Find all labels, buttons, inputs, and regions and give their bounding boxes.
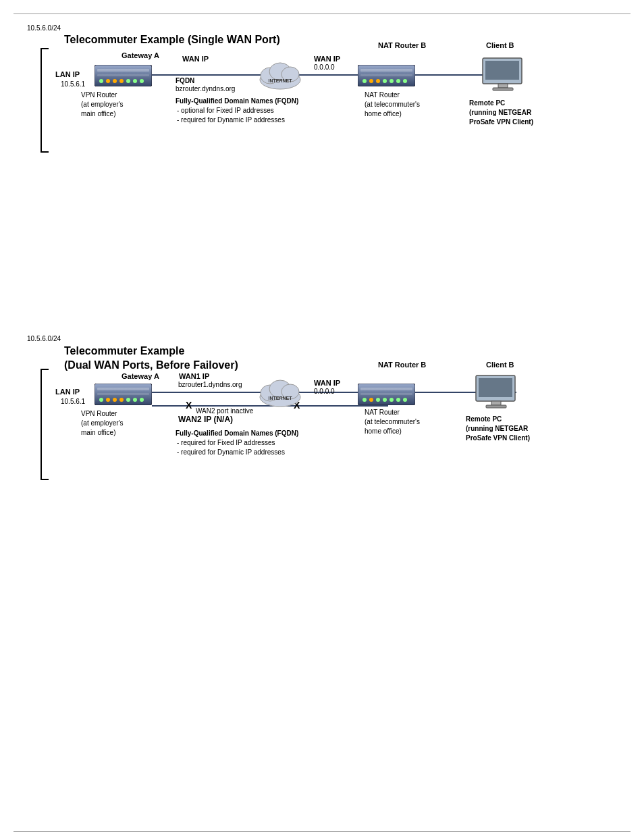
- diagram2-wan2-ip-label: WAN2 IP (N/A): [178, 415, 233, 424]
- diagram2-gateway-a-label: Gateway A: [122, 372, 159, 380]
- svg-rect-28: [493, 88, 513, 90]
- diagram2-fqdn-line1: - required for Fixed IP addresses: [177, 439, 275, 446]
- svg-point-47: [363, 398, 367, 402]
- svg-point-7: [126, 79, 130, 83]
- diagram2-nat-desc-line1: NAT Router: [365, 408, 420, 417]
- diagram2-remote-pc-line1: Remote PC: [466, 415, 530, 424]
- diagram2-nat-router-b-label: NAT Router B: [378, 361, 426, 369]
- diagram1-lan-ip-value: 10.5.6.1: [61, 80, 85, 88]
- diagram1-gateway-a-label: Gateway A: [122, 51, 159, 59]
- diagram2-nat-router-b-device: [358, 384, 415, 407]
- diagram2-nat-desc-line2: (at telecommuter's: [365, 417, 420, 427]
- vpn-router-device: [95, 65, 152, 88]
- diagram1-nat-router-b-label: NAT Router B: [378, 41, 426, 49]
- svg-rect-56: [491, 401, 501, 405]
- vpn-desc-line3: main office): [81, 109, 124, 119]
- svg-point-50: [383, 398, 387, 402]
- diagram2-title-line1: Telecommuter Example: [64, 344, 238, 359]
- spacer-between-diagrams: [14, 166, 630, 315]
- diagram1-vpn-desc: VPN Router (at employer's main office): [81, 90, 124, 119]
- svg-point-35: [119, 398, 124, 402]
- diagram2-lan-ip-value: 10.5.6.1: [61, 398, 85, 405]
- diagram1-fqdn-line2: - required for Dynamic IP addresses: [177, 116, 285, 124]
- svg-point-20: [376, 79, 380, 83]
- svg-text:INTERNET: INTERNET: [269, 396, 293, 400]
- diagram1: 10.5.6.0/24 Telecommuter Example (Single…: [27, 24, 630, 166]
- svg-rect-16: [360, 69, 412, 72]
- diagram2-subnet: 10.5.6.0/24: [27, 335, 61, 342]
- diagram1-wan-ip-right-value: 0.0.0.0: [314, 63, 335, 71]
- vpn-desc-line2: (at employer's: [81, 100, 124, 109]
- diagram2-nat-router-desc: NAT Router (at telecommuter's home offic…: [365, 408, 420, 436]
- diagram2-client-b-label: Client B: [486, 361, 514, 369]
- diagram2-nat-desc-line3: home office): [365, 427, 420, 436]
- svg-rect-46: [360, 393, 412, 395]
- diagram2-title-line2: (Dual WAN Ports, Before Failover): [64, 359, 238, 373]
- diagram1-fqdn-desc-title: Fully-Qualified Domain Names (FQDN): [176, 97, 298, 105]
- page-container: 10.5.6.0/24 Telecommuter Example (Single…: [0, 0, 644, 834]
- diagram2-monitor-icon: [473, 374, 520, 413]
- diagram2-wan1-ip-label: WAN1 IP: [179, 372, 209, 380]
- left-bracket2: [41, 369, 49, 480]
- bottom-spacer: [14, 484, 630, 821]
- svg-text:INTERNET: INTERNET: [269, 78, 293, 83]
- svg-rect-45: [360, 388, 412, 390]
- svg-rect-31: [97, 393, 149, 395]
- diagram1-monitor-icon: [479, 57, 527, 95]
- remote-pc-line2: (running NETGEAR: [469, 108, 533, 118]
- svg-point-24: [403, 79, 407, 83]
- nat-desc-line3: home office): [365, 109, 420, 119]
- svg-point-22: [390, 79, 394, 83]
- diagram2-fqdn-desc-title: Fully-Qualified Domain Names (FQDN): [176, 429, 298, 437]
- vpn-desc-line1: VPN Router: [81, 90, 124, 100]
- svg-point-9: [140, 79, 144, 83]
- diagram1-remote-pc-desc: Remote PC (running NETGEAR ProSafe VPN C…: [469, 99, 533, 127]
- diagram1-conn-line: [152, 74, 516, 76]
- diagram2-wan-ip-right-label: WAN IP: [314, 379, 340, 387]
- diagram1-subnet: 10.5.6.0/24: [27, 24, 61, 32]
- diagram1-fqdn-value: bzrouter.dyndns.org: [176, 85, 235, 93]
- diagram2-fqdn-line2: - required for Dynamic IP addresses: [177, 448, 285, 456]
- nat-desc-line2: (at telecommuter's: [365, 100, 420, 109]
- diagram2-wan1-ip-value: bzrouter1.dyndns.org: [178, 381, 242, 388]
- svg-rect-26: [485, 61, 519, 80]
- diagram2-vpn-desc-line1: VPN Router: [81, 409, 124, 419]
- diagram1-wan-ip-left-label: WAN IP: [182, 55, 209, 63]
- diagram2-remote-pc-line2: (running NETGEAR: [466, 424, 530, 434]
- svg-point-48: [369, 398, 373, 402]
- nat-router-b-device: [358, 65, 415, 88]
- diagram2: 10.5.6.0/24 Telecommuter Example (Dual W…: [27, 335, 630, 484]
- svg-point-53: [403, 398, 407, 402]
- diagram1-fqdn-line1: - optional for Fixed IP addresses: [177, 107, 274, 114]
- svg-point-34: [113, 398, 117, 402]
- svg-rect-1: [97, 69, 149, 72]
- diagram2-remote-pc-line3: ProSafe VPN Client): [466, 434, 530, 443]
- svg-point-21: [383, 79, 387, 83]
- svg-rect-2: [97, 74, 149, 76]
- svg-point-4: [106, 79, 110, 83]
- diagram1-title: Telecommuter Example (Single WAN Port): [64, 34, 280, 46]
- top-rule: [14, 14, 630, 14]
- diagram2-vpn-desc-line2: (at employer's: [81, 419, 124, 428]
- svg-point-51: [390, 398, 394, 402]
- diagram2-remote-pc-desc: Remote PC (running NETGEAR ProSafe VPN C…: [466, 415, 530, 443]
- svg-point-6: [119, 79, 124, 83]
- svg-point-37: [133, 398, 137, 402]
- diagram1-fqdn-label: FQDN: [176, 77, 194, 84]
- svg-point-36: [126, 398, 130, 402]
- diagram1-internet-cloud: INTERNET: [257, 58, 304, 93]
- svg-point-49: [376, 398, 380, 402]
- diagram1-wan-ip-right-label: WAN IP: [314, 55, 340, 63]
- remote-pc-line3: ProSafe VPN Client): [469, 118, 533, 127]
- svg-point-38: [140, 398, 144, 402]
- diagram2-wan2-inactive-label: WAN2 port inactive: [196, 407, 253, 415]
- svg-rect-57: [486, 405, 506, 408]
- svg-point-5: [113, 79, 117, 83]
- diagram2-x-mark-left: X: [186, 400, 192, 411]
- svg-point-33: [106, 398, 110, 402]
- nat-desc-line1: NAT Router: [365, 90, 420, 100]
- diagram2-vpn-desc-line3: main office): [81, 428, 124, 438]
- svg-rect-27: [498, 84, 508, 88]
- svg-point-19: [369, 79, 373, 83]
- diagram2-internet-cloud: INTERNET: [257, 375, 304, 411]
